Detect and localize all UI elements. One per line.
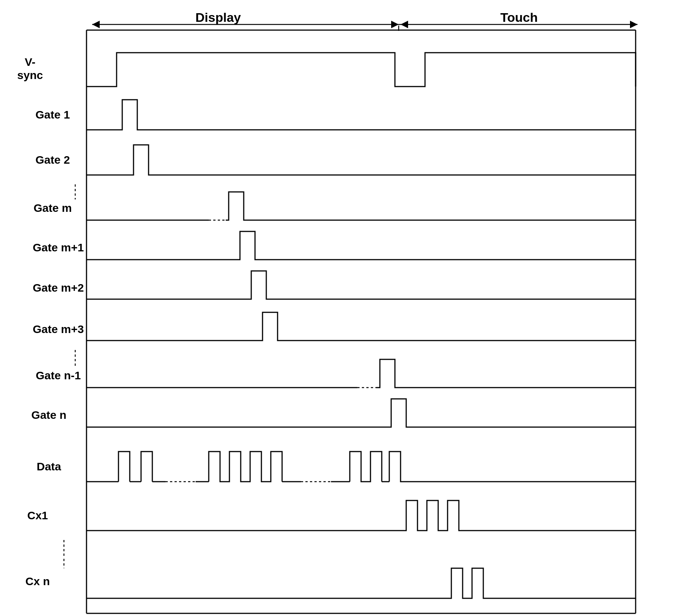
touch-label: Touch — [500, 10, 537, 24]
cx1-label: Cx1 — [27, 509, 48, 522]
display-label: Display — [196, 10, 241, 24]
data-label: Data — [36, 460, 61, 473]
svg-marker-2 — [391, 21, 399, 28]
gate2-label: Gate 2 — [35, 154, 70, 166]
svg-marker-1 — [92, 21, 100, 28]
gaten-label: Gate n — [31, 409, 66, 421]
svg-marker-4 — [401, 21, 408, 28]
gaten1-label: Gate n-1 — [36, 369, 81, 382]
svg-marker-5 — [630, 21, 638, 28]
vsync-label: V- — [25, 56, 35, 68]
timing-diagram: .signal-line { stroke: #000; stroke-widt… — [0, 0, 674, 616]
gate1-label: Gate 1 — [35, 108, 70, 121]
gatem3-label: Gate m+3 — [33, 323, 84, 335]
gatem-label: Gate m — [33, 202, 72, 214]
gatem2-label: Gate m+2 — [33, 281, 84, 294]
cxn-label: Cx n — [25, 575, 50, 587]
vsync-label2: sync — [17, 69, 43, 81]
gatem1-label: Gate m+1 — [33, 241, 84, 254]
